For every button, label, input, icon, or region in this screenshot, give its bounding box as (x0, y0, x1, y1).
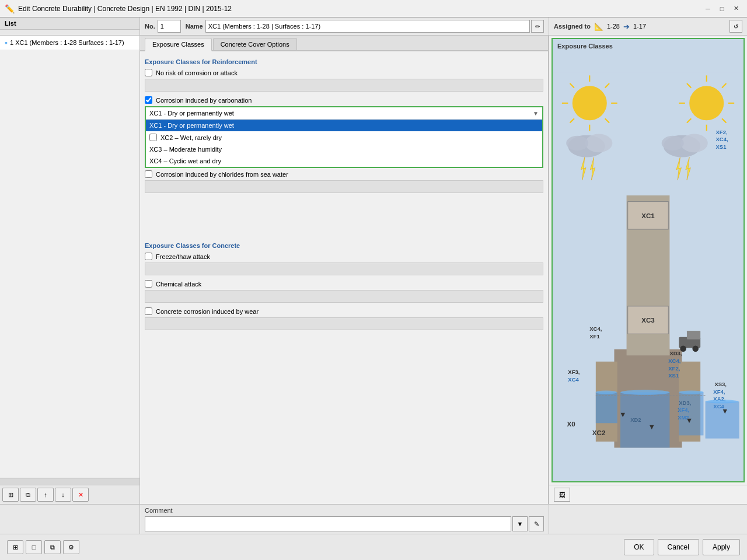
assigned-header: Assigned to 📐 1-28 ➔ 1-17 ↺ (549, 18, 747, 35)
left-panel: ▪ 1 XC1 (Members : 1-28 Surfaces : 1-17)… (0, 36, 140, 504)
no-input[interactable] (158, 20, 181, 33)
chlorides-sea-row: Corrosion induced by chlorides from sea … (145, 170, 543, 178)
svg-text:XC4: XC4 (568, 376, 579, 383)
svg-point-1 (573, 86, 607, 120)
chemical-row: Chemical attack (145, 280, 543, 288)
dropdown-item-2-label: XC3 – Moderate humidity (149, 146, 222, 153)
list-copy-button[interactable]: ⧉ (20, 488, 36, 502)
dropdown-selected-text: XC1 - Dry or permanently wet (149, 110, 234, 117)
dropdown-item-2[interactable]: XC3 – Moderate humidity (146, 144, 542, 155)
wear-row: Concrete corrosion induced by wear (145, 307, 543, 315)
svg-text:XS1: XS1 (668, 372, 679, 379)
freeze-input-row (145, 262, 543, 275)
bottom-tool-2[interactable]: □ (26, 540, 42, 554)
svg-text:▼: ▼ (648, 423, 656, 431)
list-item[interactable]: ▪ 1 XC1 (Members : 1-28 Surfaces : 1-17) (0, 36, 139, 50)
tabs-area: Exposure Classes Concrete Cover Options (140, 36, 548, 51)
comment-input-wrap: ▼ ✎ (145, 516, 544, 531)
bottom-tool-1[interactable]: ⊞ (7, 540, 23, 554)
chemical-checkbox[interactable] (145, 280, 152, 288)
list-delete-button[interactable]: ✕ (72, 488, 89, 502)
svg-point-74 (692, 345, 699, 352)
refresh-button[interactable]: ↺ (729, 20, 742, 33)
svg-text:XF2,: XF2, (716, 129, 728, 135)
wear-input-row (145, 317, 543, 330)
comment-left-space (0, 505, 140, 534)
svg-text:▼: ▼ (619, 411, 627, 419)
list-down-button[interactable]: ↓ (55, 488, 71, 502)
diagram-content: Exposure Classes (551, 38, 745, 482)
tab-exposure-classes[interactable]: Exposure Classes (145, 38, 212, 51)
diagram-export-button[interactable]: 🖼 (554, 488, 570, 502)
svg-text:XS1: XS1 (716, 144, 727, 150)
apply-button[interactable]: Apply (703, 539, 740, 555)
name-label: Name (186, 23, 203, 30)
name-input[interactable] (205, 20, 530, 33)
list-header: List (0, 18, 139, 30)
edit-name-button[interactable]: ✏ (531, 20, 544, 33)
window-title: Edit Concrete Durability | Concrete Desi… (18, 5, 232, 13)
dropdown-item-0[interactable]: XC1 - Dry or permanently wet (146, 120, 542, 131)
svg-point-61 (620, 390, 669, 394)
bottom-tool-4[interactable]: ⚙ (63, 540, 79, 554)
list-hscrollbar[interactable] (0, 478, 139, 485)
chlorides-sea-checkbox[interactable] (145, 170, 152, 178)
maximize-button[interactable]: □ (715, 2, 728, 15)
dropdown-item-3[interactable]: XC4 – Cyclic wet and dry (146, 155, 542, 167)
svg-text:▼: ▼ (721, 407, 729, 415)
bottom-bar: ⊞ □ ⧉ ⚙ OK Cancel Apply (0, 534, 747, 560)
svg-rect-72 (687, 331, 700, 340)
tab-exposure-classes-label: Exposure Classes (152, 41, 204, 48)
comment-center: Comment ▼ ✎ (140, 505, 549, 534)
svg-rect-60 (620, 393, 669, 448)
freeze-row: Freeze/thaw attack (145, 253, 543, 260)
top-area: ▪ 1 XC1 (Members : 1-28 Surfaces : 1-17)… (0, 36, 747, 504)
comment-edit-button[interactable]: ✎ (529, 516, 544, 531)
svg-text:XF3,: XF3, (568, 369, 580, 375)
xc2-checkbox[interactable] (149, 134, 157, 141)
left-space: List (0, 18, 140, 35)
svg-text:XC4,: XC4, (589, 326, 602, 332)
main-container: List No. Name ✏ Assigned to 📐 1-28 ➔ 1-1… (0, 18, 747, 560)
no-risk-input-row (145, 79, 543, 92)
svg-text:XS3,: XS3, (714, 381, 727, 387)
assigned-label: Assigned to (554, 23, 591, 30)
diagram-toolbar: 🖼 (549, 485, 747, 504)
name-input-wrap: ✏ (205, 20, 544, 33)
svg-text:XF1: XF1 (589, 333, 600, 340)
surfaces-icon: ➔ (623, 22, 630, 31)
close-button[interactable]: ✕ (729, 2, 742, 15)
dropdown-arrow-icon: ▼ (533, 110, 539, 117)
minimize-button[interactable]: ─ (701, 2, 714, 15)
svg-point-45 (596, 390, 617, 394)
tab-concrete-cover[interactable]: Concrete Cover Options (213, 38, 297, 50)
dropdown-item-1-label: XC2 – Wet, rarely dry (160, 134, 222, 141)
no-risk-checkbox[interactable] (145, 69, 152, 76)
exposure-diagram-svg: XF2, XC4, XS1 XC1 (553, 53, 743, 473)
list-up-button[interactable]: ↑ (37, 488, 54, 502)
list-add-button[interactable]: ⊞ (2, 488, 19, 502)
chemical-input-row (145, 290, 543, 303)
svg-point-20 (585, 134, 612, 153)
svg-text:XF2,: XF2, (668, 365, 680, 372)
comment-dropdown-button[interactable]: ▼ (512, 516, 528, 531)
svg-point-65 (706, 400, 739, 403)
chlorides-sea-input-row (145, 180, 543, 193)
comment-input[interactable] (145, 516, 511, 531)
bottom-tool-3[interactable]: ⧉ (44, 540, 61, 554)
title-bar: ✏️ Edit Concrete Durability | Concrete D… (0, 0, 747, 18)
cancel-button[interactable]: Cancel (658, 539, 699, 555)
carbonation-checkbox[interactable] (145, 96, 152, 104)
wear-checkbox[interactable] (145, 307, 152, 315)
no-field-group: No. (145, 20, 181, 33)
svg-text:▼: ▼ (686, 416, 693, 425)
comment-right-space (549, 505, 747, 534)
svg-text:X0: X0 (567, 420, 575, 428)
reinforcement-section-title: Exposure Classes for Reinforcement (145, 58, 543, 65)
freeze-checkbox[interactable] (145, 253, 152, 260)
ok-button[interactable]: OK (624, 539, 654, 555)
dropdown-selected[interactable]: XC1 - Dry or permanently wet ▼ (146, 107, 542, 119)
list-toolbar: ⊞ ⧉ ↑ ↓ ✕ (0, 485, 139, 504)
svg-text:XC2: XC2 (592, 429, 606, 436)
diagram-title: Exposure Classes (553, 39, 743, 53)
